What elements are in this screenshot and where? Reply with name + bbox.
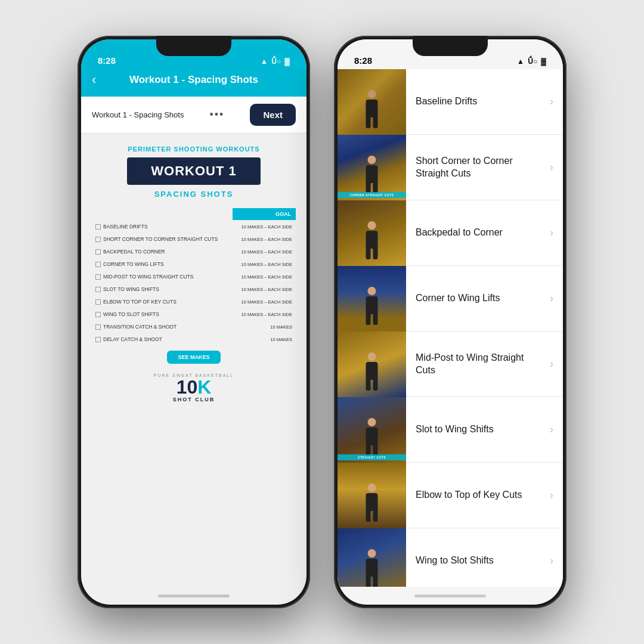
drill-checkbox[interactable]	[95, 262, 101, 267]
drill-name-cell: CORNER TO WING LIFTS	[92, 258, 233, 270]
drill-info: Backpedal to Corner	[406, 227, 550, 239]
drill-name-cell: DELAY CATCH & SHOOT	[92, 333, 233, 345]
drill-thumbnail: STRAIGHT CUTS	[338, 397, 406, 463]
thumbnail-image: CORNER STRAIGHT CUTS	[338, 135, 406, 200]
drill-checkbox[interactable]	[95, 299, 101, 305]
table-row: TRANSITION CATCH & SHOOT 10 MAKES	[92, 321, 296, 333]
signal-icon: ▲	[261, 57, 268, 66]
thumbnail-image	[338, 200, 406, 266]
signal-icon-right: ▲	[517, 57, 524, 66]
list-item[interactable]: CORNER STRAIGHT CUTSShort Corner to Corn…	[338, 135, 563, 200]
thumbnail-image	[338, 266, 406, 332]
drill-checkbox[interactable]	[95, 274, 101, 280]
see-makes-button[interactable]: SEE MAKES	[167, 351, 220, 364]
player-body	[366, 296, 378, 314]
player-silhouette	[361, 287, 382, 326]
chevron-right-icon: ›	[550, 423, 563, 436]
drill-goal-cell: 10 MAKES – EACH SIDE	[233, 246, 296, 258]
player-silhouette	[361, 221, 382, 260]
drill-goal-cell: 10 MAKES – EACH SIDE	[233, 283, 296, 296]
toolbar-title: Workout 1 - Spacing Shots	[92, 110, 184, 119]
drill-goal-cell: 10 MAKES – EACH SIDE	[233, 233, 296, 246]
player-head	[368, 221, 376, 230]
drill-thumbnail	[338, 528, 406, 587]
player-body	[366, 362, 378, 380]
thumbnail-image	[338, 332, 406, 397]
drill-name: Wing to Slot Shifts	[416, 555, 494, 565]
thumbnail-image	[338, 528, 406, 587]
left-phone: 8:28 ▲ Ǘ○ ▓ ‹ Workout 1 - Spacing Shots …	[78, 36, 310, 608]
drill-info: Elbow to Top of Key Cuts	[406, 489, 550, 501]
drill-checkbox[interactable]	[95, 337, 101, 342]
list-item[interactable]: Baseline Drifts›	[338, 69, 563, 135]
drill-goal-cell: 10 MAKES	[233, 333, 296, 346]
drill-name-cell: ELBOW TO TOP OF KEY CUTS	[92, 296, 233, 308]
thumbnail-image: STRAIGHT CUTS	[338, 397, 406, 463]
thumbnail-image	[338, 463, 406, 528]
home-bar-right	[414, 595, 486, 597]
drill-checkbox[interactable]	[95, 224, 101, 230]
notch-right	[413, 36, 488, 56]
drill-name-cell: WING TO SLOT SHIFTS	[92, 308, 233, 320]
home-indicator-right	[338, 587, 563, 605]
player-legs	[366, 117, 378, 128]
player-legs	[366, 249, 378, 259]
right-content: Baseline Drifts› CORNER STRAIGHT CUTSSho…	[338, 69, 563, 587]
battery-icon-right: ▓	[541, 57, 546, 66]
drill-goal-cell: 10 MAKES – EACH SIDE	[233, 308, 296, 321]
drill-checkbox[interactable]	[95, 312, 101, 317]
drill-checkbox[interactable]	[95, 237, 101, 242]
chevron-right-icon: ›	[550, 555, 563, 567]
drill-thumbnail	[338, 463, 406, 528]
logo-shot-club: SHOT CLUB	[173, 397, 215, 402]
drill-checkbox[interactable]	[95, 287, 101, 292]
player-head	[368, 90, 376, 98]
player-body	[366, 100, 378, 117]
drill-info: Slot to Wing Shifts	[406, 423, 550, 436]
drill-goal-cell: 10 MAKES – EACH SIDE	[233, 258, 296, 271]
drill-name: Short Corner to Corner Straight Cuts	[416, 156, 513, 178]
list-item[interactable]: Corner to Wing Lifts›	[338, 266, 563, 332]
drill-name: Slot to Wing Shifts	[416, 424, 494, 434]
player-body	[366, 559, 378, 577]
logo-area: PURE SWEAT BASKETBALL 10K SHOT CLUB	[154, 373, 234, 402]
player-head	[368, 287, 376, 295]
player-silhouette	[361, 418, 382, 457]
player-head	[368, 484, 376, 492]
table-row: BASELINE DRIFTS 10 MAKES – EACH SIDE	[92, 221, 296, 233]
time-right: 8:28	[354, 55, 372, 66]
drill-checkbox[interactable]	[95, 324, 101, 330]
home-indicator	[81, 587, 306, 605]
toolbar-dots[interactable]: •••	[209, 109, 224, 121]
player-silhouette	[361, 484, 382, 522]
list-item[interactable]: Backpedal to Corner›	[338, 200, 563, 266]
table-row: BACKPEDAL TO CORNER 10 MAKES – EACH SIDE	[92, 246, 296, 258]
drill-info: Mid-Post to Wing Straight Cuts	[406, 352, 550, 377]
drill-name: Mid-Post to Wing Straight Cuts	[416, 352, 524, 375]
drill-name-cell: BACKPEDAL TO CORNER	[92, 246, 233, 258]
list-item[interactable]: Wing to Slot Shifts›	[338, 528, 563, 587]
list-item[interactable]: STRAIGHT CUTSSlot to Wing Shifts›	[338, 397, 563, 463]
list-item[interactable]: Elbow to Top of Key Cuts›	[338, 463, 563, 528]
back-arrow[interactable]: ‹	[92, 72, 96, 88]
drill-thumbnail	[338, 266, 406, 332]
list-item[interactable]: Mid-Post to Wing Straight Cuts›	[338, 332, 563, 397]
notch	[156, 36, 231, 56]
player-legs	[366, 577, 378, 587]
status-icons-left: ▲ Ǘ○ ▓	[261, 57, 290, 66]
drill-thumbnail	[338, 332, 406, 397]
wifi-icon-right: Ǘ○	[528, 57, 537, 66]
table-row: ELBOW TO TOP OF KEY CUTS 10 MAKES – EACH…	[92, 296, 296, 308]
workout-category: PERIMETER SHOOTING WORKOUTS	[128, 145, 259, 153]
workout-subtitle: SPACING SHOTS	[154, 190, 234, 199]
thumbnail-image	[338, 69, 406, 135]
toolbar: Workout 1 - Spacing Shots ••• Next	[81, 97, 306, 134]
player-silhouette	[361, 156, 382, 194]
drill-name: Corner to Wing Lifts	[416, 293, 500, 303]
thumbnail-label: STRAIGHT CUTS	[338, 454, 406, 460]
player-silhouette	[361, 352, 382, 391]
chevron-right-icon: ›	[550, 358, 563, 370]
drill-checkbox[interactable]	[95, 249, 101, 255]
status-icons-right: ▲ Ǘ○ ▓	[517, 57, 546, 66]
next-button[interactable]: Next	[250, 104, 296, 126]
